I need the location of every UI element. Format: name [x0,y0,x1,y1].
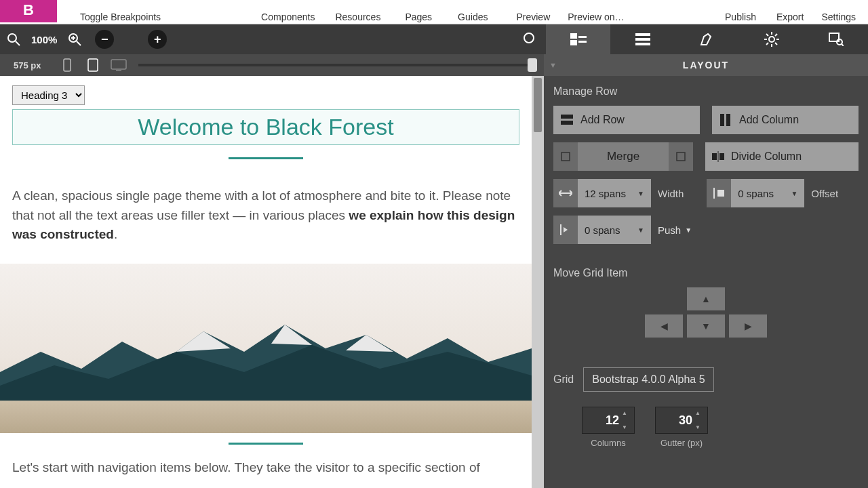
tablet-portrait-icon[interactable] [83,55,103,75]
zoom-in-icon[interactable] [61,26,88,53]
width-label: Width [658,188,684,199]
columns-label: Columns [591,438,625,448]
gutter-label: Gutter (px) [660,438,703,448]
settings-tab[interactable] [739,24,804,54]
layout-panel: Manage Row Add Row Add Column Merge Divi… [544,76,868,488]
style-tab[interactable] [675,24,739,54]
label: Merge [607,150,639,163]
top-toolbar: B Toggle Breakpoints Components Resource… [0,0,868,24]
label: Guides [458,12,488,22]
panel-header[interactable]: ▼ LAYOUT [544,54,868,76]
svg-point-0 [8,34,16,42]
move-right-button[interactable]: ▶ [729,314,767,338]
breakpoint-size: 575 px [0,60,54,70]
columns-input[interactable]: 12 ▲▼ [582,407,635,434]
offset-select[interactable]: 0 spans▼ [731,179,804,207]
canvas-scrollbar[interactable] [532,76,544,488]
divider [229,443,303,445]
svg-rect-10 [578,41,587,43]
label: Components [261,12,315,22]
search-icon[interactable] [0,26,27,53]
gutter-spinner[interactable]: ▲▼ [695,410,705,430]
canvas[interactable]: Heading 3 Welcome to Black Forest A clea… [0,76,532,488]
hero-image[interactable] [0,264,532,433]
merge-right-button[interactable] [669,142,693,171]
add-column-icon [719,113,732,127]
canvas-wrap: Heading 3 Welcome to Black Forest A clea… [0,76,544,488]
record-icon[interactable] [512,24,546,52]
label: Pages [405,12,432,22]
list-tab[interactable] [610,24,675,54]
settings-button[interactable]: Settings [818,12,859,22]
divide-icon [712,151,724,162]
svg-point-6 [524,33,534,43]
heading-select-input[interactable]: Heading 3 [12,85,85,105]
svg-line-22 [775,34,777,36]
gutter-input[interactable]: 30 ▲▼ [655,407,708,434]
offset-icon [707,179,731,207]
value: 0 spans [738,188,774,199]
svg-rect-27 [88,59,98,71]
svg-line-5 [77,41,81,45]
toggle-breakpoints-button[interactable]: Toggle Breakpoints [77,12,163,22]
merge-button[interactable]: Merge [578,142,669,171]
merge-group: Merge [553,142,693,171]
preview-on-button[interactable]: Preview on… [565,12,627,22]
svg-rect-8 [570,40,577,45]
move-down-button[interactable]: ▼ [687,314,725,338]
svg-rect-28 [111,60,126,69]
guides-button[interactable]: Guides [455,12,490,22]
desktop-icon[interactable] [108,55,129,75]
push-select[interactable]: 0 spans▼ [578,216,651,244]
components-button[interactable]: Components [258,12,317,22]
preview-button[interactable]: Preview [513,12,553,22]
heading-style-select[interactable]: Heading 3 [12,85,532,105]
svg-rect-7 [570,33,577,39]
label: Export [776,12,804,22]
offset-control: 0 spans▼ [707,179,804,207]
grid-framework-select[interactable]: Bootstrap 4.0.0 Alpha 5 [583,367,713,392]
publish-button[interactable]: Publish [722,12,759,22]
value: 12 [606,413,619,428]
label: Preview on… [568,12,624,22]
resources-button[interactable]: Resources [332,12,383,22]
move-grid-title: Move Grid Item [553,267,859,279]
svg-line-21 [766,43,768,45]
panel-header-label: LAYOUT [683,60,729,70]
label: Add Row [580,114,625,126]
chevron-down-icon: ▼ [685,226,692,234]
width-icon [553,179,578,207]
pages-button[interactable]: Pages [402,12,435,22]
zoom-toolbar: 100% − + [0,24,868,54]
export-button[interactable]: Export [774,12,806,22]
add-row-button[interactable]: Add Row [553,106,700,134]
zoom-in-button[interactable]: + [148,30,167,49]
svg-rect-39 [561,152,570,161]
main-area: Heading 3 Welcome to Black Forest A clea… [0,76,868,488]
svg-rect-35 [561,115,573,119]
push-mode-select[interactable]: Push ▼ [658,224,692,236]
move-up-button[interactable]: ▲ [687,287,725,310]
inspect-tab[interactable] [804,24,868,54]
merge-left-button[interactable] [553,142,578,171]
add-row-icon [560,113,574,127]
layout-tab[interactable] [546,24,610,54]
svg-line-19 [766,34,768,36]
svg-rect-41 [712,153,717,160]
width-select[interactable]: 12 spans▼ [578,179,651,207]
svg-rect-9 [578,36,587,38]
push-control: 0 spans▼ [553,216,651,244]
intro-paragraph[interactable]: A clean, spacious single page theme with… [12,186,519,245]
move-left-button[interactable]: ◀ [645,314,683,338]
zoom-out-button[interactable]: − [95,30,114,49]
slider-handle[interactable] [528,58,537,72]
value: Bootstrap 4.0.0 Alpha 5 [592,373,705,385]
page-title-block[interactable]: Welcome to Black Forest [12,109,519,145]
nav-paragraph[interactable]: Let's start with navigation items below.… [12,458,519,478]
add-column-button[interactable]: Add Column [712,106,859,134]
phone-portrait-icon[interactable] [57,55,77,75]
columns-spinner[interactable]: ▲▼ [622,410,631,430]
breakpoint-slider[interactable] [138,64,537,66]
chevron-down-icon: ▼ [791,190,797,197]
divide-column-button[interactable]: Divide Column [705,142,859,171]
